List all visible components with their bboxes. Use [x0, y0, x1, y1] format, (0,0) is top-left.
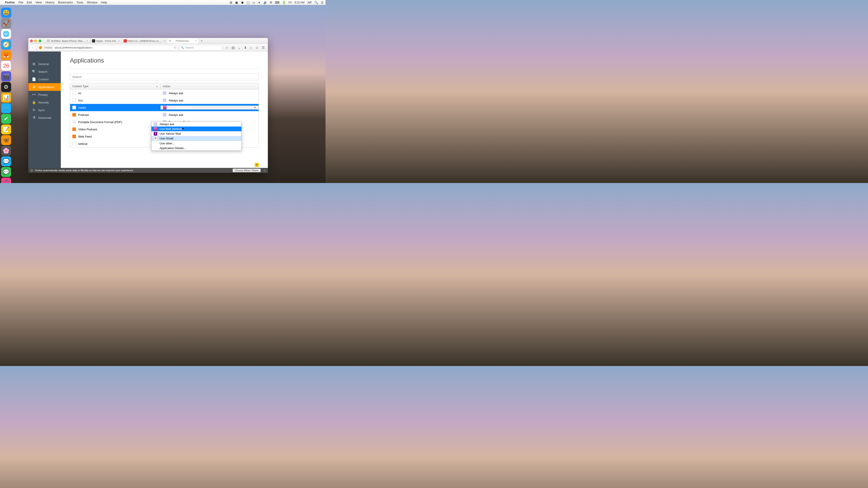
window-titlebar[interactable]: 9to5Mac: Apple iPhone, Mac ... × Apple -…: [28, 38, 268, 44]
dock-notes-icon[interactable]: 📝: [1, 125, 11, 134]
dropdown-item-label: Application Details...: [160, 147, 186, 150]
menubar-wifi-icon[interactable]: ⧉: [270, 0, 272, 4]
table-row[interactable]: PodcastAlways ask: [70, 111, 258, 119]
dock-launchpad-icon[interactable]: 🚀: [1, 18, 11, 28]
menu-edit[interactable]: Edit: [27, 1, 32, 4]
menubar-airplay-icon[interactable]: ▢: [247, 1, 250, 4]
bookmark-star-icon[interactable]: ☆: [225, 46, 228, 50]
dropdown-item[interactable]: Use other...: [151, 141, 241, 146]
menu-bookmarks[interactable]: Bookmarks: [58, 1, 73, 4]
action-label: Always ask: [168, 99, 183, 102]
sidenav-applications[interactable]: ⚙Applications: [28, 83, 61, 91]
dock-photos-icon[interactable]: 🌸: [1, 146, 11, 156]
dropdown-item[interactable]: Application Details...: [151, 146, 241, 151]
choose-what-i-share-button[interactable]: Choose What I Share: [232, 168, 260, 172]
browser-tab[interactable]: 9to5Mac: Apple iPhone, Mac ... ×: [45, 38, 90, 43]
content-type-label: Podcast: [78, 113, 89, 117]
dock-calendar-icon[interactable]: 26: [1, 61, 11, 71]
notificationcenter-icon[interactable]: ☰: [321, 1, 324, 4]
menubar-time[interactable]: 9:10 AM: [294, 1, 305, 4]
sidenav-general[interactable]: ⊞General: [28, 60, 61, 68]
filter-input[interactable]: [70, 73, 259, 80]
dock-things-icon[interactable]: ✔: [1, 114, 11, 124]
pocket-icon[interactable]: ⌄: [238, 46, 241, 50]
notification-close-icon[interactable]: ×: [264, 169, 266, 172]
menu-file[interactable]: File: [18, 1, 23, 4]
sidenav-sync[interactable]: ↻Sync: [28, 106, 61, 114]
menubar-username[interactable]: Jeff: [307, 1, 311, 4]
dock-safari-icon[interactable]: 🧭: [1, 39, 11, 50]
menubar-screenrec-icon[interactable]: ⏺: [241, 1, 244, 4]
menu-tools[interactable]: Tools: [76, 1, 83, 4]
dock-iwork-icon[interactable]: 📊: [1, 93, 11, 103]
table-row[interactable]: mailtoUse Mail (default)▼: [70, 104, 258, 111]
dropdown-item[interactable]: MUse Gmail: [151, 136, 241, 141]
readinglist-icon[interactable]: ▤: [231, 46, 235, 50]
dropdown-item-label: Always ask: [160, 123, 174, 126]
table-row[interactable]: ircAlways ask: [70, 90, 258, 97]
dock-messages-icon[interactable]: 💬: [1, 167, 11, 177]
window-minimize-button[interactable]: [34, 39, 37, 42]
dock-butterfly-icon[interactable]: 🦋: [1, 135, 11, 145]
dock-hipchat-icon[interactable]: 💬: [1, 156, 11, 166]
help-badge[interactable]: ?: [255, 163, 259, 167]
sidenav-search[interactable]: 🔍Search: [28, 68, 61, 75]
search-bar[interactable]: 🔍 Search: [179, 45, 222, 51]
dropdown-item[interactable]: Use Mail (default): [151, 127, 241, 131]
sidenav-content[interactable]: 📄Content: [28, 75, 61, 83]
hello-icon[interactable]: ☺: [255, 46, 258, 50]
menubar-battery-icon[interactable]: 🔋: [282, 1, 286, 4]
sidenav-privacy[interactable]: 👓Privacy: [28, 91, 61, 98]
back-button[interactable]: ←: [30, 45, 36, 51]
search-icon: 🔍: [181, 46, 184, 49]
window-close-button[interactable]: [30, 39, 33, 42]
dock-chrome-icon[interactable]: 🌐: [1, 29, 11, 39]
table-row[interactable]: ircsAlways ask: [70, 97, 258, 104]
sidenav-advanced[interactable]: ⚗Advanced: [28, 114, 61, 122]
dock-finder-icon[interactable]: 😃: [1, 8, 11, 18]
menu-view[interactable]: View: [35, 1, 42, 4]
sidenav-security[interactable]: 🔒Security: [28, 98, 61, 106]
url-bar[interactable]: Firefox about:preferences#applications ↻: [37, 45, 178, 51]
tab-close-icon[interactable]: ×: [163, 39, 165, 42]
dock-firefox-icon[interactable]: 🦊: [1, 50, 11, 60]
menubar-user-icon[interactable]: ▣: [235, 1, 238, 4]
menubar-dropbox-icon[interactable]: ⊞: [230, 1, 232, 4]
menubar-day[interactable]: Fri: [289, 1, 292, 4]
applications-icon: ⚙: [32, 85, 36, 89]
spotlight-icon[interactable]: 🔍: [314, 1, 318, 4]
hamburger-menu-icon[interactable]: ☰: [262, 46, 265, 50]
menubar-app-name[interactable]: Firefox: [5, 1, 15, 4]
dock-tweetbot-icon[interactable]: 🐦: [1, 103, 11, 113]
window-maximize-button[interactable]: [39, 39, 41, 42]
chevron-down-icon[interactable]: ▼: [254, 106, 256, 109]
home-icon[interactable]: ⌂: [250, 46, 252, 50]
menu-history[interactable]: History: [45, 1, 55, 4]
browser-tab[interactable]: Apple - Press Info ×: [90, 38, 122, 43]
dock-compressor-icon[interactable]: ⚙: [1, 82, 11, 92]
reload-icon[interactable]: ↻: [174, 46, 176, 49]
dock-finalcut-icon[interactable]: 🎬: [1, 71, 11, 81]
browser-tab-active[interactable]: ⚙ Preferences ×: [167, 38, 199, 43]
new-tab-button[interactable]: +: [199, 39, 205, 43]
menubar-bluetooth-icon[interactable]: ∗: [258, 1, 260, 4]
url-text: about:preferences#applications: [55, 46, 92, 49]
column-header-action[interactable]: Action: [160, 83, 258, 89]
column-header-content-type[interactable]: Content Type▲: [70, 83, 160, 89]
browser-tab[interactable]: Inbox (1) - jeff@9to5mac.com... ×: [122, 38, 167, 43]
menubar-volume-icon[interactable]: 🔊: [264, 1, 267, 4]
sidenav-label: Privacy: [38, 93, 48, 96]
tab-close-icon[interactable]: ×: [118, 39, 120, 42]
dropdown-item[interactable]: Always ask: [151, 122, 241, 127]
dropdown-item[interactable]: YUse Yahoo! Mail: [151, 131, 241, 136]
dock-itunes-icon[interactable]: 🎵: [1, 177, 11, 183]
tab-close-icon[interactable]: ×: [195, 39, 197, 42]
menu-help[interactable]: Help: [101, 1, 107, 4]
menu-window[interactable]: Window: [87, 1, 97, 4]
menubar-display-icon[interactable]: ▭: [252, 1, 255, 4]
search-placeholder: Search: [185, 46, 194, 49]
tab-close-icon[interactable]: ×: [87, 39, 88, 42]
downloads-icon[interactable]: ⬇: [244, 46, 247, 50]
menubar-textinput-icon[interactable]: ⌨: [275, 1, 279, 4]
tab-label: Preferences: [176, 39, 189, 42]
